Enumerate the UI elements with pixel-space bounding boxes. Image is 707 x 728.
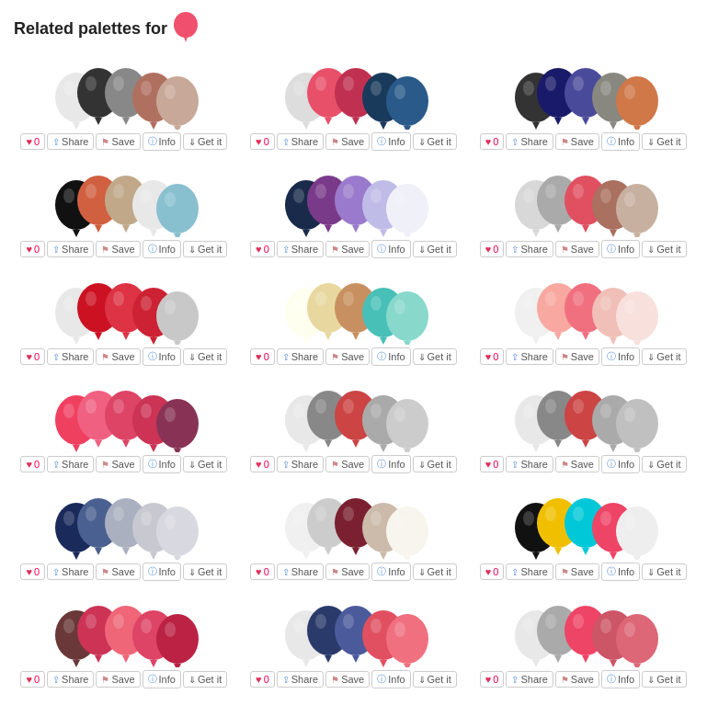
get-it-button[interactable]: ⇓ Get it — [642, 563, 686, 580]
info-button[interactable]: ⓘ Info — [143, 455, 181, 473]
like-button[interactable]: ♥ 0 — [480, 563, 505, 580]
like-button[interactable]: ♥ 0 — [250, 671, 275, 688]
info-button[interactable]: ⓘ Info — [371, 455, 410, 473]
svg-point-262 — [545, 614, 556, 629]
info-button[interactable]: ⓘ Info — [601, 240, 640, 258]
share-button[interactable]: ⇪ Share — [506, 456, 553, 472]
share-button[interactable]: ⇪ Share — [277, 133, 324, 150]
get-it-button[interactable]: ⇓ Get it — [642, 671, 686, 688]
get-it-button[interactable]: ⇓ Get it — [183, 241, 227, 257]
svg-marker-117 — [380, 337, 387, 345]
info-button[interactable]: ⓘ Info — [371, 240, 410, 258]
save-button[interactable]: ⚑ Save — [555, 133, 599, 150]
like-button[interactable]: ♥ 0 — [480, 348, 505, 365]
like-button[interactable]: ♥ 0 — [250, 563, 275, 580]
like-button[interactable]: ♥ 0 — [250, 133, 275, 150]
get-it-button[interactable]: ⇓ Get it — [642, 241, 686, 257]
like-button[interactable]: ♥ 0 — [20, 671, 45, 688]
info-button[interactable]: ⓘ Info — [143, 240, 181, 258]
svg-marker-48 — [73, 230, 80, 237]
share-button[interactable]: ⇪ Share — [47, 241, 94, 257]
get-it-button[interactable]: ⇓ Get it — [413, 348, 457, 365]
save-button[interactable]: ⚑ Save — [325, 456, 370, 472]
info-button[interactable]: ⓘ Info — [601, 455, 640, 473]
info-button[interactable]: ⓘ Info — [371, 347, 410, 366]
get-it-button[interactable]: ⇓ Get it — [642, 133, 686, 150]
info-button[interactable]: ⓘ Info — [601, 563, 640, 581]
get-it-button[interactable]: ⇓ Get it — [413, 563, 457, 580]
like-button[interactable]: ♥ 0 — [480, 671, 505, 688]
like-button[interactable]: ♥ 0 — [20, 241, 45, 257]
like-button[interactable]: ♥ 0 — [20, 348, 45, 365]
save-button[interactable]: ⚑ Save — [96, 563, 140, 580]
svg-marker-246 — [325, 655, 332, 663]
save-button[interactable]: ⚑ Save — [96, 671, 140, 688]
info-button[interactable]: ⓘ Info — [143, 347, 181, 366]
info-button[interactable]: ⓘ Info — [601, 347, 640, 366]
info-button[interactable]: ⓘ Info — [371, 132, 410, 151]
save-button[interactable]: ⚑ Save — [325, 348, 370, 365]
save-button[interactable]: ⚑ Save — [325, 671, 370, 688]
get-it-button[interactable]: ⇓ Get it — [413, 241, 457, 257]
share-button[interactable]: ⇪ Share — [277, 456, 324, 472]
like-button[interactable]: ♥ 0 — [20, 563, 45, 580]
share-button[interactable]: ⇪ Share — [506, 348, 553, 365]
get-it-button[interactable]: ⇓ Get it — [183, 133, 227, 150]
save-button[interactable]: ⚑ Save — [96, 133, 140, 150]
action-bar: ♥ 0⇪ Share⚑ Saveⓘ Info⇓ Get it — [250, 563, 457, 581]
like-button[interactable]: ♥ 0 — [20, 456, 45, 472]
get-it-button[interactable]: ⇓ Get it — [183, 671, 227, 688]
save-button[interactable]: ⚑ Save — [555, 456, 599, 472]
like-button[interactable]: ♥ 0 — [250, 348, 275, 365]
info-button[interactable]: ⓘ Info — [601, 132, 640, 151]
share-button[interactable]: ⇪ Share — [47, 671, 94, 688]
like-button[interactable]: ♥ 0 — [250, 456, 275, 472]
share-button[interactable]: ⇪ Share — [47, 348, 94, 365]
info-button[interactable]: ⓘ Info — [601, 670, 640, 688]
share-button[interactable]: ⇪ Share — [47, 456, 94, 472]
share-button[interactable]: ⇪ Share — [47, 563, 94, 580]
save-button[interactable]: ⚑ Save — [325, 563, 370, 580]
get-it-button[interactable]: ⇓ Get it — [642, 348, 686, 365]
save-button[interactable]: ⚑ Save — [555, 241, 599, 257]
save-button[interactable]: ⚑ Save — [96, 241, 140, 257]
get-it-button[interactable]: ⇓ Get it — [183, 563, 227, 580]
get-it-button[interactable]: ⇓ Get it — [183, 456, 227, 472]
share-button[interactable]: ⇪ Share — [506, 563, 553, 580]
info-button[interactable]: ⓘ Info — [371, 670, 410, 688]
info-button[interactable]: ⓘ Info — [143, 563, 181, 581]
like-button[interactable]: ♥ 0 — [20, 133, 45, 150]
get-it-button[interactable]: ⇓ Get it — [413, 456, 457, 472]
save-button[interactable]: ⚑ Save — [96, 348, 140, 365]
share-button[interactable]: ⇪ Share — [277, 671, 324, 688]
info-button[interactable]: ⓘ Info — [371, 563, 410, 581]
svg-marker-18 — [302, 122, 310, 130]
info-button[interactable]: ⓘ Info — [143, 132, 181, 151]
palette-card: ♥ 0⇪ Share⚑ Saveⓘ Info⇓ Get it — [9, 162, 239, 269]
get-it-button[interactable]: ⇓ Get it — [413, 671, 457, 688]
get-it-button[interactable]: ⇓ Get it — [183, 348, 227, 365]
like-button[interactable]: ♥ 0 — [480, 456, 505, 472]
get-it-button[interactable]: ⇓ Get it — [413, 133, 457, 150]
share-button[interactable]: ⇪ Share — [277, 348, 324, 365]
info-button[interactable]: ⓘ Info — [143, 670, 181, 688]
share-button[interactable]: ⇪ Share — [277, 241, 324, 257]
get-it-button[interactable]: ⇓ Get it — [642, 456, 686, 472]
share-button[interactable]: ⇪ Share — [47, 133, 94, 150]
svg-marker-120 — [404, 341, 411, 345]
share-button[interactable]: ⇪ Share — [506, 241, 553, 257]
save-button[interactable]: ⚑ Save — [325, 241, 370, 257]
save-button[interactable]: ⚑ Save — [325, 133, 370, 150]
like-button[interactable]: ♥ 0 — [250, 241, 275, 257]
svg-marker-87 — [610, 230, 617, 237]
like-button[interactable]: ♥ 0 — [480, 133, 505, 150]
svg-marker-39 — [582, 118, 589, 125]
share-button[interactable]: ⇪ Share — [506, 133, 553, 150]
save-button[interactable]: ⚑ Save — [555, 671, 599, 688]
save-button[interactable]: ⚑ Save — [96, 456, 140, 472]
save-button[interactable]: ⚑ Save — [555, 348, 599, 365]
share-button[interactable]: ⇪ Share — [277, 563, 324, 580]
share-button[interactable]: ⇪ Share — [506, 671, 553, 688]
like-button[interactable]: ♥ 0 — [480, 241, 505, 257]
save-button[interactable]: ⚑ Save — [555, 563, 599, 580]
